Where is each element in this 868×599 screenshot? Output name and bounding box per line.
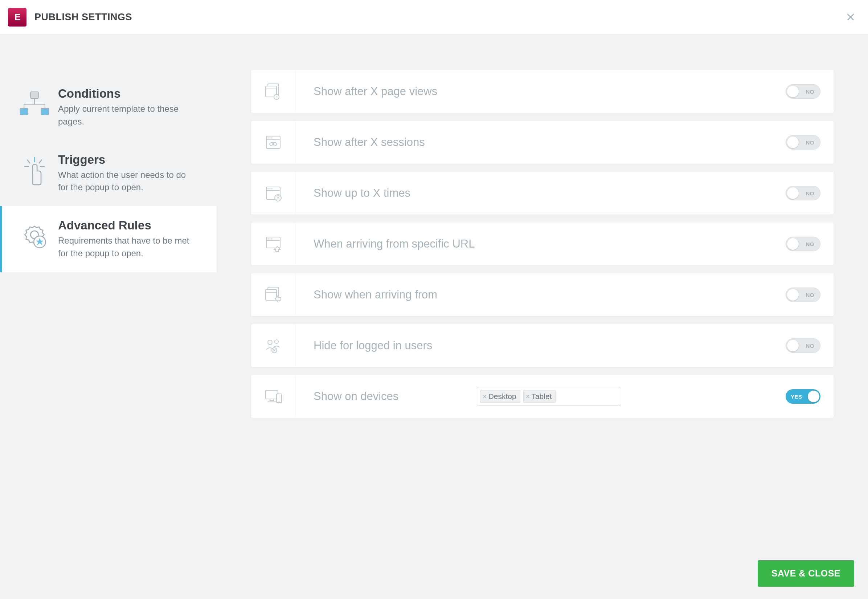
svg-rect-2 [30,92,39,98]
toggle-devices[interactable]: YES [785,389,820,404]
svg-rect-7 [20,108,28,115]
svg-point-43 [268,340,272,345]
svg-line-11 [39,160,42,163]
users-icon [251,324,295,367]
main-layout: Conditions Apply current template to the… [0,35,868,599]
close-button[interactable] [844,11,857,24]
toggle-handle [787,289,799,301]
rule-label: Show up to X times [295,187,779,200]
svg-rect-48 [266,390,278,399]
svg-point-52 [278,401,279,402]
sidebar-item-title: Advanced Rules [58,218,196,232]
svg-text:3: 3 [275,95,277,99]
app-logo: E [8,8,27,27]
tag-remove-icon[interactable]: × [483,393,487,401]
toggle-handle [808,391,819,402]
advanced-rules-icon [17,218,53,255]
rule-label: Show on devices [295,390,477,403]
sidebar-item-conditions[interactable]: Conditions Apply current template to the… [0,74,217,140]
svg-point-23 [267,138,269,138]
tag-desktop[interactable]: × Desktop [480,390,520,403]
svg-rect-8 [41,108,49,115]
svg-rect-49 [270,399,273,400]
rule-page-views[interactable]: 3 Show after X page views NO [251,70,833,113]
toggle-label: NO [806,241,815,247]
rule-specific-url[interactable]: When arriving from specific URL NO [251,223,833,265]
toggle-label: NO [806,343,815,349]
save-close-button[interactable]: SAVE & CLOSE [758,560,854,587]
sidebar-item-title: Triggers [58,153,196,167]
toggle-handle [787,137,799,148]
rule-arriving-from[interactable]: Show when arriving from NO [251,273,833,316]
svg-point-44 [275,340,278,343]
rule-label: Show after X sessions [295,136,779,149]
toggle-label: NO [806,292,815,298]
rule-label: Hide for logged in users [295,339,779,352]
svg-point-24 [269,138,270,138]
sidebar-item-desc: Requirements that have to be met for the… [58,235,196,260]
svg-point-38 [269,238,270,239]
rule-sessions[interactable]: Show after X sessions NO [251,121,833,164]
rule-devices[interactable]: Show on devices × Desktop × Tablet YES [251,375,833,418]
svg-point-30 [267,188,269,190]
toggle-times[interactable]: NO [785,186,820,200]
conditions-icon [17,87,53,123]
sidebar-item-desc: What action the user needs to do for the… [58,169,196,194]
svg-point-27 [272,143,274,145]
sidebar-item-advanced-rules[interactable]: Advanced Rules Requirements that have to… [0,206,217,272]
sidebar-item-triggers[interactable]: Triggers What action the user needs to d… [0,140,217,206]
svg-point-37 [267,238,269,239]
toggle-logged-in[interactable]: NO [785,338,820,353]
page-title: PUBLISH SETTINGS [35,12,132,23]
svg-point-25 [271,138,272,138]
toggle-handle [787,187,799,199]
svg-point-39 [271,238,272,239]
toggle-handle [787,340,799,351]
arriving-icon [251,273,295,316]
pages-icon: 3 [251,70,295,113]
rule-label: Show after X page views [295,85,779,98]
toggle-handle [787,86,799,97]
svg-line-10 [27,160,30,163]
rule-label: When arriving from specific URL [295,238,779,250]
close-icon [845,12,856,23]
toggle-page-views[interactable]: NO [785,84,820,99]
toggle-specific-url[interactable]: NO [785,237,820,251]
sidebar: Conditions Apply current template to the… [0,35,217,599]
devices-icon [251,375,295,418]
svg-point-31 [269,188,270,190]
sidebar-item-desc: Apply current template to these pages. [58,103,196,128]
url-icon [251,223,295,265]
devices-tags-input[interactable]: × Desktop × Tablet [477,387,621,406]
toggle-label: YES [791,394,802,400]
header-bar: E PUBLISH SETTINGS [0,0,868,35]
tag-label: Tablet [531,392,551,401]
svg-point-32 [271,188,272,190]
toggle-label: NO [806,139,815,146]
tag-label: Desktop [488,392,517,401]
footer: SAVE & CLOSE [758,560,854,587]
tag-remove-icon[interactable]: × [526,393,530,401]
rule-logged-in[interactable]: Hide for logged in users NO [251,324,833,367]
rule-times[interactable]: Show up to X times NO [251,172,833,215]
toggle-arriving-from[interactable]: NO [785,287,820,302]
rule-label: Show when arriving from [295,288,779,301]
toggle-label: NO [806,89,815,95]
sidebar-item-title: Conditions [58,87,196,101]
times-icon [251,172,295,215]
toggle-sessions[interactable]: NO [785,135,820,150]
toggle-label: NO [806,190,815,196]
sessions-icon [251,121,295,164]
content-panel: 3 Show after X page views NO [217,35,868,599]
toggle-handle [787,238,799,250]
triggers-icon [17,153,53,189]
tag-tablet[interactable]: × Tablet [523,390,556,403]
